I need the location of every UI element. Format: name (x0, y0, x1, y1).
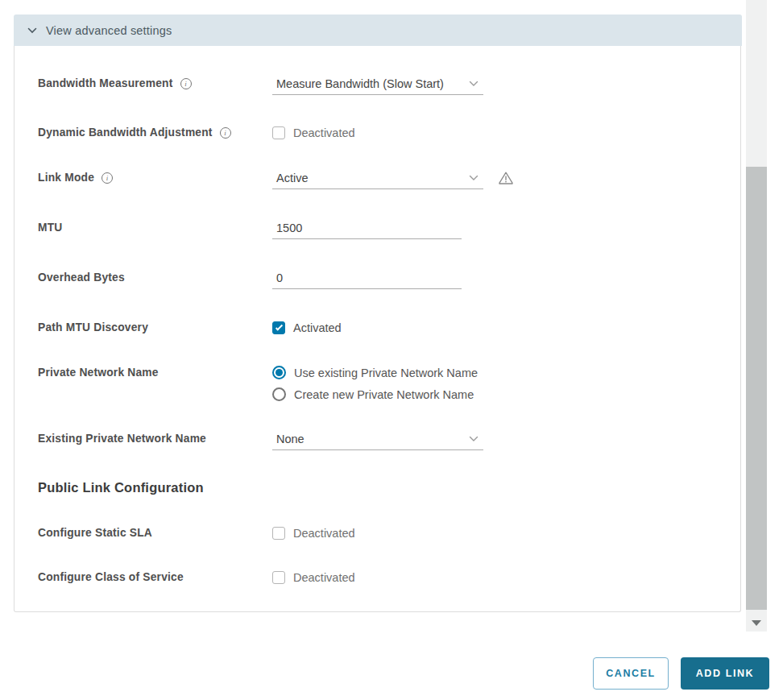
scrollbar-track[interactable] (746, 0, 767, 632)
select-value: Active (276, 170, 309, 186)
add-link-button[interactable]: ADD LINK (681, 657, 769, 690)
row-overhead-bytes: Overhead Bytes (38, 270, 724, 289)
section-heading-public-link-configuration: Public Link Configuration (38, 480, 204, 495)
field-label: Configure Class of Service (38, 570, 272, 586)
chevron-down-icon (469, 436, 478, 442)
checkbox-unchecked[interactable] (272, 571, 285, 584)
row-path-mtu-discovery: Path MTU Discovery Activated (38, 320, 724, 336)
row-configure-static-sla: Configure Static SLA Deactivated (38, 525, 724, 541)
field-label: MTU (38, 220, 272, 236)
checkbox-checked[interactable] (272, 321, 285, 334)
scrollbar-down-button[interactable] (746, 614, 767, 632)
row-mtu: MTU (38, 220, 724, 239)
advanced-settings-panel: Bandwidth Measurement i Measure Bandwidt… (14, 46, 741, 612)
dynamic-bandwidth-checkbox[interactable]: Deactivated (272, 125, 355, 141)
field-label: Overhead Bytes (38, 270, 272, 286)
checkbox-label: Deactivated (293, 525, 355, 541)
checkbox-unchecked[interactable] (272, 527, 285, 540)
cancel-button[interactable]: CANCEL (593, 657, 669, 690)
chevron-down-icon (27, 27, 37, 34)
existing-private-network-select[interactable]: None (272, 431, 483, 450)
private-network-name-radio-group: Use existing Private Network Name Create… (272, 365, 478, 403)
field-label: Bandwidth Measurement i (38, 76, 272, 92)
row-configure-class-of-service: Configure Class of Service Deactivated (38, 570, 724, 586)
checkbox-label: Deactivated (293, 125, 355, 141)
radio-label: Use existing Private Network Name (294, 365, 478, 381)
field-label: Private Network Name (38, 365, 272, 381)
info-icon[interactable]: i (180, 78, 192, 89)
info-icon[interactable]: i (220, 127, 231, 139)
select-value: None (276, 431, 304, 447)
add-link-dialog: View advanced settings Bandwidth Measure… (0, 0, 783, 700)
bandwidth-measurement-select[interactable]: Measure Bandwidth (Slow Start) (272, 76, 483, 95)
field-label: Configure Static SLA (38, 525, 272, 541)
arrow-down-icon (752, 620, 761, 626)
configure-class-of-service-checkbox[interactable]: Deactivated (272, 570, 355, 586)
chevron-down-icon (469, 175, 478, 181)
row-link-mode: Link Mode i Active (38, 170, 724, 189)
radio-unselected[interactable] (272, 387, 286, 401)
accordion-title: View advanced settings (46, 24, 172, 37)
link-mode-select[interactable]: Active (272, 170, 483, 189)
checkbox-unchecked[interactable] (272, 126, 285, 139)
field-label: Link Mode i (38, 170, 272, 186)
checkbox-label: Activated (293, 320, 342, 336)
radio-selected[interactable] (272, 366, 286, 379)
select-value: Measure Bandwidth (Slow Start) (276, 76, 444, 92)
advanced-settings-accordion[interactable]: View advanced settings (14, 14, 742, 46)
radio-label: Create new Private Network Name (294, 387, 474, 403)
configure-static-sla-checkbox[interactable]: Deactivated (272, 525, 355, 541)
chevron-down-icon (469, 81, 478, 87)
field-label: Dynamic Bandwidth Adjustment i (38, 125, 272, 141)
info-icon[interactable]: i (102, 172, 113, 184)
checkbox-label: Deactivated (293, 570, 355, 586)
path-mtu-discovery-checkbox[interactable]: Activated (272, 320, 342, 336)
row-bandwidth-measurement: Bandwidth Measurement i Measure Bandwidt… (38, 76, 724, 95)
scrollbar-thumb[interactable] (746, 167, 767, 610)
row-dynamic-bandwidth-adjustment: Dynamic Bandwidth Adjustment i Deactivat… (38, 125, 724, 141)
radio-create-new[interactable]: Create new Private Network Name (272, 387, 478, 403)
field-label: Existing Private Network Name (38, 431, 272, 447)
overhead-bytes-input[interactable] (272, 270, 462, 289)
mtu-input[interactable] (272, 220, 462, 239)
warning-icon (498, 171, 514, 188)
radio-use-existing[interactable]: Use existing Private Network Name (272, 365, 478, 381)
check-icon (276, 323, 283, 330)
field-label: Path MTU Discovery (38, 320, 272, 336)
row-private-network-name: Private Network Name Use existing Privat… (38, 365, 724, 403)
row-existing-private-network-name: Existing Private Network Name None (38, 431, 724, 450)
